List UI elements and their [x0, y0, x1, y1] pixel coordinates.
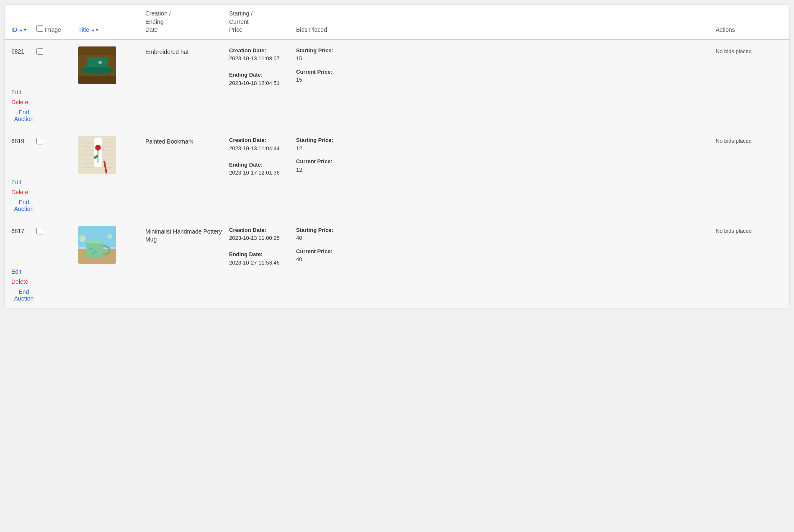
- svg-point-28: [92, 252, 94, 254]
- row-id: 6819: [11, 136, 36, 144]
- end-auction-button[interactable]: End Auction: [11, 109, 36, 122]
- row-checkbox-cell: [36, 46, 78, 56]
- svg-point-25: [86, 240, 103, 244]
- row-title: Minimalist Handmade Pottery Mug: [145, 226, 229, 244]
- svg-point-27: [95, 251, 97, 253]
- row-actions: Edit Delete End Auction: [11, 177, 36, 212]
- svg-point-30: [107, 234, 112, 239]
- row-checkbox-cell: [36, 136, 78, 146]
- delete-button[interactable]: Delete: [11, 189, 28, 195]
- col-header-id[interactable]: ID ▲▼: [11, 26, 36, 34]
- id-sort-icon: ▲▼: [19, 28, 27, 32]
- svg-point-19: [96, 145, 100, 149]
- svg-rect-5: [78, 46, 116, 55]
- table-header: ID ▲▼ Image Title ▲▼ Creation /EndingDat…: [5, 5, 789, 40]
- row-dates: Creation Date: 2023-10-13 11:04:44 Endin…: [229, 136, 296, 177]
- delete-button[interactable]: Delete: [11, 99, 28, 105]
- svg-rect-24: [86, 242, 103, 258]
- svg-point-3: [80, 67, 114, 74]
- row-id: 6821: [11, 46, 36, 55]
- row-dates: Creation Date: 2023-10-13 11:08:07 Endin…: [229, 46, 296, 87]
- row-title: Embroidered hat: [145, 46, 229, 57]
- edit-button[interactable]: Edit: [11, 89, 21, 95]
- row-checkbox-cell: [36, 226, 78, 236]
- row-actions: Edit Delete End Auction: [11, 267, 36, 302]
- edit-button[interactable]: Edit: [11, 268, 21, 275]
- svg-rect-6: [78, 76, 116, 84]
- row-price: Starting Price: 12 Current Price: 12: [296, 136, 716, 174]
- row-dates: Creation Date: 2023-10-13 11:00:25 Endin…: [229, 226, 296, 267]
- edit-button[interactable]: Edit: [11, 179, 21, 185]
- auction-table: ID ▲▼ Image Title ▲▼ Creation /EndingDat…: [4, 4, 790, 309]
- delete-button[interactable]: Delete: [11, 278, 28, 285]
- col-header-actions: Actions: [716, 26, 783, 34]
- col-header-image: Image: [36, 25, 78, 34]
- row-bids: No bids placed: [716, 46, 783, 54]
- col-header-price: Starting /CurrentPrice: [229, 10, 296, 34]
- row-image: [78, 226, 116, 264]
- title-sort-icon: ▲▼: [91, 28, 99, 32]
- row-checkbox[interactable]: [36, 48, 43, 55]
- select-all-checkbox[interactable]: [36, 25, 43, 32]
- row-checkbox[interactable]: [36, 228, 43, 234]
- end-auction-button[interactable]: End Auction: [11, 288, 36, 302]
- end-auction-button[interactable]: End Auction: [11, 199, 36, 212]
- svg-point-29: [79, 235, 86, 242]
- row-id: 6817: [11, 226, 36, 234]
- table-row: 6817: [5, 219, 789, 309]
- row-image: [78, 136, 116, 174]
- row-price: Starting Price: 15 Current Price: 15: [296, 46, 716, 84]
- row-price: Starting Price: 40 Current Price: 40: [296, 226, 716, 264]
- svg-point-4: [98, 61, 102, 64]
- svg-point-26: [90, 248, 92, 250]
- table-row: 6821 Embroidered hat Creation Date: 2023…: [5, 40, 789, 130]
- col-header-bids: Bids Placed: [296, 26, 716, 34]
- row-actions: Edit Delete End Auction: [11, 87, 36, 122]
- row-checkbox[interactable]: [36, 138, 43, 144]
- row-image: [78, 46, 116, 84]
- row-bids: No bids placed: [716, 226, 783, 234]
- col-header-title[interactable]: Title ▲▼: [78, 26, 145, 34]
- table-row: 6819: [5, 129, 789, 219]
- row-title: Painted Bookmark: [145, 136, 229, 146]
- row-bids: No bids placed: [716, 136, 783, 144]
- col-header-dates: Creation /EndingDate: [145, 10, 229, 34]
